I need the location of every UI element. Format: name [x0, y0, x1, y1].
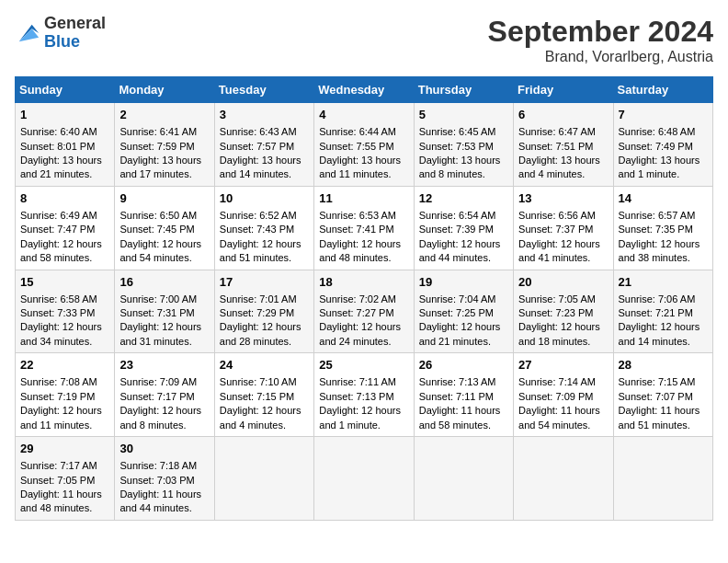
day-number: 29	[20, 441, 109, 457]
table-row: 16Sunrise: 7:00 AMSunset: 7:31 PMDayligh…	[115, 270, 214, 353]
col-tuesday: Tuesday	[214, 77, 313, 103]
table-row	[414, 437, 513, 521]
day-number: 5	[419, 107, 508, 123]
day-number: 26	[419, 357, 508, 373]
col-saturday: Saturday	[613, 77, 712, 103]
title-block: September 2024 Brand, Vorarlberg, Austri…	[488, 15, 713, 65]
calendar-table: Sunday Monday Tuesday Wednesday Thursday…	[15, 76, 713, 521]
table-row	[314, 437, 414, 521]
table-row: 28Sunrise: 7:15 AMSunset: 7:07 PMDayligh…	[613, 353, 712, 437]
table-row	[214, 437, 313, 521]
day-number: 10	[220, 190, 309, 207]
table-row: 17Sunrise: 7:01 AMSunset: 7:29 PMDayligh…	[214, 270, 313, 353]
day-number: 23	[119, 357, 209, 373]
logo-general: General	[44, 15, 106, 33]
logo-blue: Blue	[44, 33, 106, 52]
table-row: 10Sunrise: 6:52 AMSunset: 7:43 PMDayligh…	[214, 186, 313, 270]
table-row: 20Sunrise: 7:05 AMSunset: 7:23 PMDayligh…	[514, 270, 613, 353]
page-header: General Blue September 2024 Brand, Vorar…	[15, 15, 713, 65]
table-row: 24Sunrise: 7:10 AMSunset: 7:15 PMDayligh…	[214, 353, 313, 437]
day-number: 8	[20, 190, 109, 207]
day-number: 15	[20, 274, 109, 291]
table-row: 7Sunrise: 6:48 AMSunset: 7:49 PMDaylight…	[613, 103, 712, 187]
calendar-row: 29Sunrise: 7:17 AMSunset: 7:05 PMDayligh…	[16, 437, 713, 521]
day-number: 1	[20, 107, 109, 123]
table-row: 23Sunrise: 7:09 AMSunset: 7:17 PMDayligh…	[115, 353, 214, 437]
day-number: 14	[619, 190, 708, 207]
day-number: 27	[518, 357, 608, 373]
day-number: 4	[319, 107, 408, 123]
calendar-body: 1Sunrise: 6:40 AMSunset: 8:01 PMDaylight…	[16, 103, 713, 521]
day-number: 11	[319, 190, 408, 207]
calendar-header-row: Sunday Monday Tuesday Wednesday Thursday…	[16, 77, 713, 103]
table-row	[613, 437, 712, 521]
day-number: 12	[419, 190, 508, 207]
table-row: 29Sunrise: 7:17 AMSunset: 7:05 PMDayligh…	[16, 437, 115, 521]
calendar-row: 1Sunrise: 6:40 AMSunset: 8:01 PMDaylight…	[16, 103, 713, 187]
table-row: 30Sunrise: 7:18 AMSunset: 7:03 PMDayligh…	[115, 437, 214, 521]
table-row	[514, 437, 613, 521]
day-number: 9	[119, 190, 209, 207]
table-row: 4Sunrise: 6:44 AMSunset: 7:55 PMDaylight…	[314, 103, 414, 187]
page-subtitle: Brand, Vorarlberg, Austria	[488, 49, 713, 65]
day-number: 22	[20, 357, 109, 373]
table-row: 12Sunrise: 6:54 AMSunset: 7:39 PMDayligh…	[414, 186, 513, 270]
logo-text: General Blue	[44, 15, 106, 52]
day-number: 28	[619, 357, 708, 373]
day-number: 3	[220, 107, 309, 123]
day-number: 20	[518, 274, 608, 291]
calendar-row: 15Sunrise: 6:58 AMSunset: 7:33 PMDayligh…	[16, 270, 713, 353]
table-row: 8Sunrise: 6:49 AMSunset: 7:47 PMDaylight…	[16, 186, 115, 270]
table-row: 21Sunrise: 7:06 AMSunset: 7:21 PMDayligh…	[613, 270, 712, 353]
table-row: 13Sunrise: 6:56 AMSunset: 7:37 PMDayligh…	[514, 186, 613, 270]
day-number: 6	[518, 107, 608, 123]
table-row: 3Sunrise: 6:43 AMSunset: 7:57 PMDaylight…	[214, 103, 313, 187]
table-row: 9Sunrise: 6:50 AMSunset: 7:45 PMDaylight…	[115, 186, 214, 270]
table-row: 18Sunrise: 7:02 AMSunset: 7:27 PMDayligh…	[314, 270, 414, 353]
col-wednesday: Wednesday	[314, 77, 414, 103]
day-number: 21	[619, 274, 708, 291]
day-number: 7	[619, 107, 708, 123]
table-row: 22Sunrise: 7:08 AMSunset: 7:19 PMDayligh…	[16, 353, 115, 437]
table-row: 25Sunrise: 7:11 AMSunset: 7:13 PMDayligh…	[314, 353, 414, 437]
day-number: 30	[119, 441, 209, 457]
day-number: 24	[220, 357, 309, 373]
day-number: 16	[119, 274, 209, 291]
calendar-header: Sunday Monday Tuesday Wednesday Thursday…	[16, 77, 713, 103]
day-number: 19	[419, 274, 508, 291]
logo: General Blue	[15, 15, 106, 52]
day-number: 25	[319, 357, 408, 373]
calendar-row: 22Sunrise: 7:08 AMSunset: 7:19 PMDayligh…	[16, 353, 713, 437]
table-row: 14Sunrise: 6:57 AMSunset: 7:35 PMDayligh…	[613, 186, 712, 270]
col-friday: Friday	[514, 77, 613, 103]
day-number: 18	[319, 274, 408, 291]
table-row: 26Sunrise: 7:13 AMSunset: 7:11 PMDayligh…	[414, 353, 513, 437]
calendar-row: 8Sunrise: 6:49 AMSunset: 7:47 PMDaylight…	[16, 186, 713, 270]
day-number: 17	[220, 274, 309, 291]
day-number: 2	[119, 107, 209, 123]
page-title: September 2024	[488, 15, 713, 49]
col-sunday: Sunday	[16, 77, 115, 103]
table-row: 5Sunrise: 6:45 AMSunset: 7:53 PMDaylight…	[414, 103, 513, 187]
table-row: 15Sunrise: 6:58 AMSunset: 7:33 PMDayligh…	[16, 270, 115, 353]
table-row: 19Sunrise: 7:04 AMSunset: 7:25 PMDayligh…	[414, 270, 513, 353]
table-row: 27Sunrise: 7:14 AMSunset: 7:09 PMDayligh…	[514, 353, 613, 437]
day-number: 13	[518, 190, 608, 207]
table-row: 2Sunrise: 6:41 AMSunset: 7:59 PMDaylight…	[115, 103, 214, 187]
logo-icon	[15, 20, 40, 46]
table-row: 1Sunrise: 6:40 AMSunset: 8:01 PMDaylight…	[16, 103, 115, 187]
table-row: 11Sunrise: 6:53 AMSunset: 7:41 PMDayligh…	[314, 186, 414, 270]
col-thursday: Thursday	[414, 77, 513, 103]
table-row: 6Sunrise: 6:47 AMSunset: 7:51 PMDaylight…	[514, 103, 613, 187]
col-monday: Monday	[115, 77, 214, 103]
